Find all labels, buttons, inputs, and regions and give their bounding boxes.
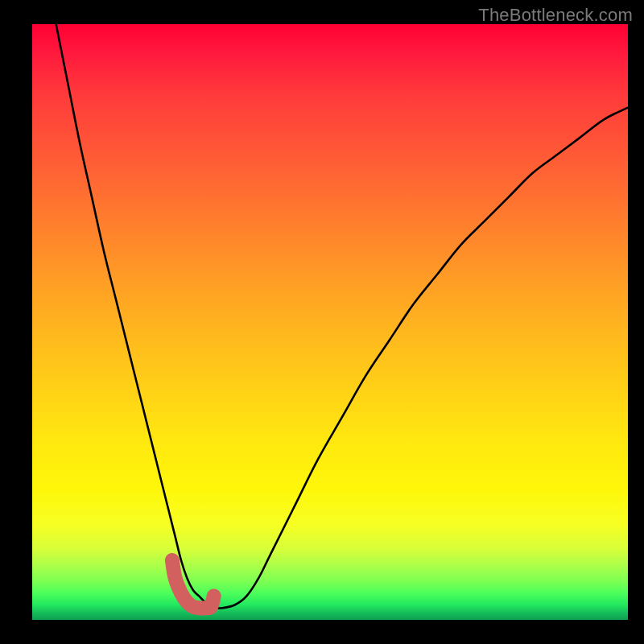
chart-frame: TheBottleneck.com <box>0 0 644 644</box>
watermark-text: TheBottleneck.com <box>478 5 633 26</box>
bottleneck-curve <box>56 24 628 609</box>
optimal-band-marker <box>172 560 214 608</box>
curve-layer <box>32 24 628 620</box>
plot-area <box>32 24 628 620</box>
